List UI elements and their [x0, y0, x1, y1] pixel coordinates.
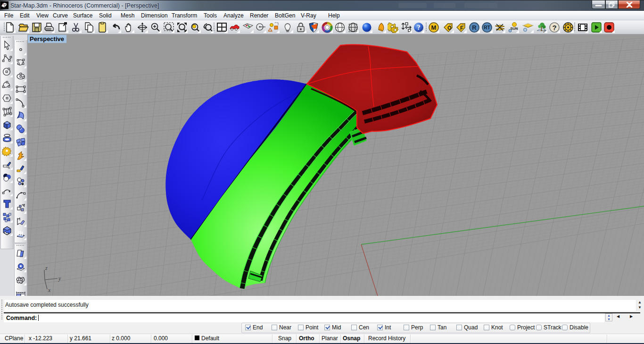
svg-text:x: x — [48, 287, 51, 294]
svg-text:R: R — [472, 24, 477, 31]
svg-text:z: z — [45, 265, 48, 271]
svg-text:?: ? — [417, 24, 421, 31]
svg-text:F: F — [460, 25, 463, 31]
svg-text:y: y — [58, 275, 61, 282]
svg-text:?: ? — [552, 24, 556, 32]
svg-text:M: M — [431, 24, 437, 31]
